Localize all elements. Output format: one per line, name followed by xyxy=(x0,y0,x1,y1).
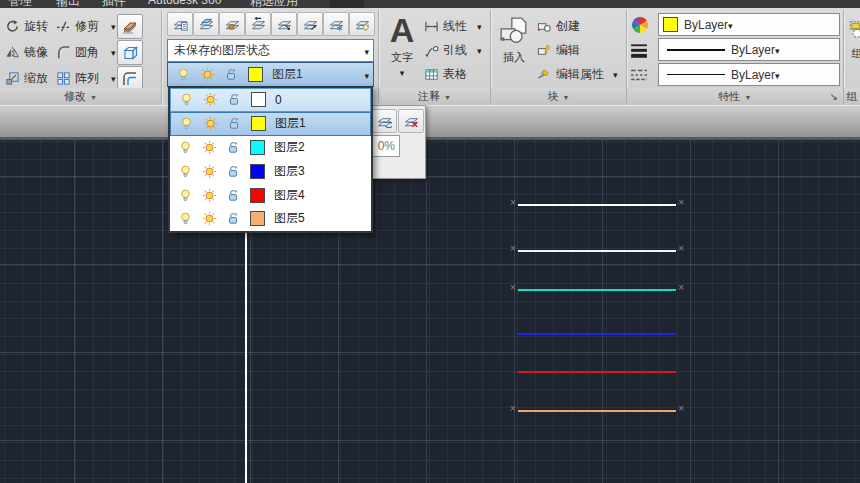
unlock-icon[interactable] xyxy=(227,116,242,131)
lineweight-button[interactable] xyxy=(630,38,648,62)
match-layer-button[interactable] xyxy=(219,12,245,36)
lineweight-combo[interactable]: ByLayer xyxy=(658,38,840,61)
current-layer-dropdown-arrow-icon[interactable] xyxy=(364,68,369,82)
current-layer-combo[interactable]: 图层1 xyxy=(167,62,374,87)
group-button[interactable]: 组 xyxy=(847,14,860,88)
sun-thaw-icon[interactable] xyxy=(202,164,217,179)
sun-thaw-icon[interactable] xyxy=(202,188,217,203)
array-dropdown-arrow-icon[interactable] xyxy=(111,71,116,85)
linear-dropdown-arrow-icon[interactable] xyxy=(477,19,482,33)
layer-unisolate-button[interactable] xyxy=(297,12,323,36)
trim-button[interactable]: 修剪 xyxy=(56,14,116,38)
edit-attributes-dropdown-arrow-icon[interactable] xyxy=(613,67,618,81)
unlock-icon[interactable] xyxy=(226,164,241,179)
layer-previous-button[interactable] xyxy=(245,12,271,36)
drawn-vertical-line[interactable] xyxy=(245,232,247,483)
layer-state-dropdown-arrow-icon[interactable] xyxy=(364,44,369,58)
layer-dropdown-item[interactable]: 图层3 xyxy=(170,159,371,183)
sun-thaw-icon[interactable] xyxy=(203,116,218,131)
sun-thaw-icon[interactable] xyxy=(200,67,215,82)
linear-dim-button[interactable]: 线性 xyxy=(424,14,482,38)
drawn-line-cyan[interactable] xyxy=(518,289,676,291)
linetype-dropdown-arrow-icon[interactable] xyxy=(775,68,780,82)
layer-dropdown-item[interactable]: 0 xyxy=(170,88,371,112)
drawn-line-red[interactable] xyxy=(518,371,676,373)
text-button[interactable]: A 文字 xyxy=(383,12,421,88)
sun-thaw-icon[interactable] xyxy=(203,92,218,107)
change-to-current-layer-button[interactable] xyxy=(371,109,397,133)
layer-dropdown-item[interactable]: 图层2 xyxy=(170,136,371,160)
layer-dropdown-item[interactable]: 图层4 xyxy=(170,183,371,207)
make-current-layer-button[interactable] xyxy=(193,12,219,36)
fillet-button[interactable]: 圆角 xyxy=(56,40,116,64)
bulb-on-icon[interactable] xyxy=(178,188,193,203)
object-color-button[interactable] xyxy=(631,13,649,37)
leader-button[interactable]: 引线 xyxy=(424,38,482,62)
array-button[interactable]: 阵列 xyxy=(56,66,116,90)
layer-color-swatch[interactable] xyxy=(250,188,265,203)
mirror-button[interactable]: 镜像 xyxy=(5,40,48,64)
lineweight-dropdown-arrow-icon[interactable] xyxy=(775,43,780,57)
layer-properties-button[interactable] xyxy=(167,12,193,36)
layer-color-swatch[interactable] xyxy=(251,116,266,131)
bulb-on-icon[interactable] xyxy=(178,140,193,155)
layer-color-swatch[interactable] xyxy=(251,92,266,107)
unlock-icon[interactable] xyxy=(224,67,239,82)
ribbon-tab-autodesk360[interactable]: Autodesk 360 xyxy=(148,0,221,7)
ribbon-tab-featured-apps[interactable]: 精选应用 xyxy=(250,0,298,8)
scale-button[interactable]: 缩放 xyxy=(5,66,48,90)
bulb-on-icon[interactable] xyxy=(178,211,193,226)
bulb-on-icon[interactable] xyxy=(179,116,194,131)
ribbon-tab-output[interactable]: 输出 xyxy=(56,0,80,8)
drawing-canvas[interactable] xyxy=(0,139,860,483)
text-dropdown-arrow-icon[interactable] xyxy=(400,65,405,79)
panel-title-annotate[interactable]: 注释 xyxy=(379,88,490,105)
unlock-icon[interactable] xyxy=(226,188,241,203)
linetype-button[interactable] xyxy=(630,63,648,87)
layer-color-swatch[interactable] xyxy=(250,140,265,155)
layer-color-swatch[interactable] xyxy=(250,164,265,179)
unlock-icon[interactable] xyxy=(226,211,241,226)
layer-color-swatch[interactable] xyxy=(250,211,265,226)
fillet-dropdown-arrow-icon[interactable] xyxy=(111,45,116,59)
explode-button[interactable] xyxy=(117,40,143,65)
bulb-on-icon[interactable] xyxy=(179,92,194,107)
bulb-on-icon[interactable] xyxy=(178,164,193,179)
erase-button[interactable] xyxy=(117,14,143,39)
ribbon-tab-plugins[interactable]: 插件 xyxy=(102,0,126,8)
drawn-line-orange[interactable] xyxy=(518,410,676,412)
panel-title-block[interactable]: 块 xyxy=(491,88,626,105)
leader-dropdown-arrow-icon[interactable] xyxy=(477,43,482,57)
layer-freeze-button[interactable] xyxy=(323,12,349,36)
drawn-line-white-2[interactable] xyxy=(518,250,676,252)
unlock-icon[interactable] xyxy=(226,140,241,155)
table-button[interactable]: 表格 xyxy=(424,62,467,86)
ribbon-tab-manage[interactable]: 管理 xyxy=(8,0,32,8)
properties-dialog-launcher-icon[interactable] xyxy=(830,88,838,105)
rotate-button[interactable]: 旋转 xyxy=(5,14,48,38)
sun-thaw-icon[interactable] xyxy=(202,211,217,226)
object-color-dropdown-arrow-icon[interactable] xyxy=(728,18,733,32)
sun-thaw-icon[interactable] xyxy=(202,140,217,155)
panel-title-properties[interactable]: 特性 xyxy=(627,88,843,105)
edit-attributes-button[interactable]: 编辑属性 xyxy=(537,62,618,86)
layer-isolate-button[interactable] xyxy=(271,12,297,36)
layer-off-button[interactable] xyxy=(349,12,375,36)
drawn-line-blue[interactable] xyxy=(518,333,676,335)
panel-title-group[interactable]: 组 xyxy=(844,88,860,105)
bulb-on-icon[interactable] xyxy=(176,67,191,82)
linetype-combo[interactable]: ByLayer xyxy=(658,63,840,86)
panel-title-modify[interactable]: 修改 xyxy=(0,88,161,105)
create-block-button[interactable]: 创建 xyxy=(537,14,580,38)
layer-dropdown-item[interactable]: 图层1 xyxy=(170,112,371,136)
layer-dropdown-item[interactable]: 图层5 xyxy=(170,207,371,231)
insert-block-button[interactable]: 插入 xyxy=(494,14,534,88)
trim-dropdown-arrow-icon[interactable] xyxy=(111,19,116,33)
edit-block-button[interactable]: 编辑 xyxy=(537,38,580,62)
delete-layer-button[interactable] xyxy=(398,109,424,133)
object-color-combo[interactable]: ByLayer xyxy=(658,13,840,36)
drawn-line-white-1[interactable] xyxy=(518,204,676,206)
layer-state-combo[interactable]: 未保存的图层状态 xyxy=(167,39,374,62)
unlock-icon[interactable] xyxy=(227,92,242,107)
current-layer-color-swatch[interactable] xyxy=(248,67,263,82)
